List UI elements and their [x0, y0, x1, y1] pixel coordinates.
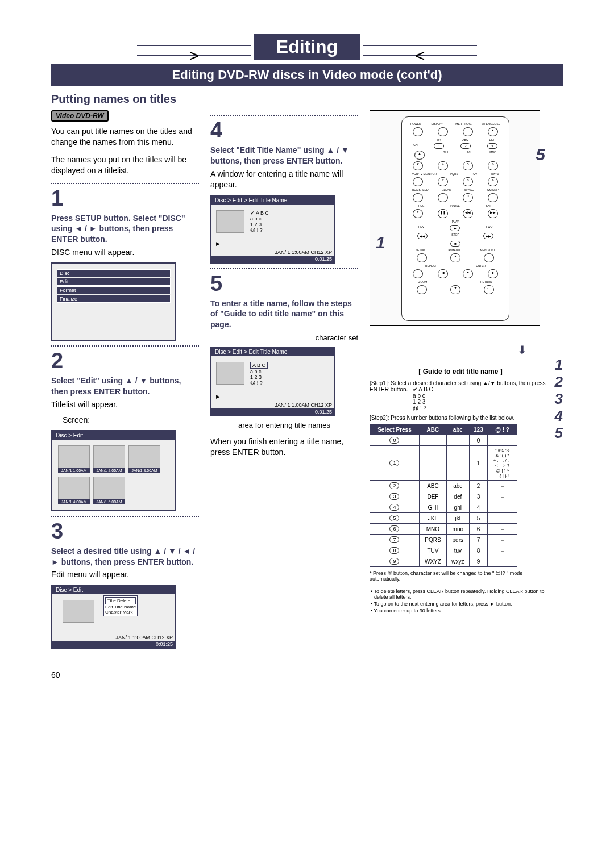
intro-p1: You can put title names on the titles an… — [51, 126, 199, 148]
step2-label: Screen: — [51, 415, 199, 425]
step3-screen: Disc > Edit Title Delete Edit Title Name… — [51, 585, 176, 649]
step3-num: 3 — [51, 519, 199, 544]
guide-notes: • To delete letters, press CLEAR button … — [370, 589, 551, 614]
remote-diagram: 1 5 POWERDISPLAYTIMER PROG.OPEN/CLOSE ▲ … — [370, 110, 540, 326]
page-number: 60 — [51, 670, 563, 679]
step5-screen: Disc > Edit > Edit Title Name A B C a b … — [210, 347, 335, 416]
step1-screen: Disc Edit Format Finalize — [51, 262, 176, 341]
step5-after: When you finish entering a title name, p… — [210, 436, 358, 458]
step5-bold: To enter a title name, follow the steps … — [210, 298, 358, 331]
charset-label: character set — [210, 333, 358, 342]
step4-screen: Disc > Edit > Edit Title Name ✔ A B C a … — [210, 195, 335, 264]
subtitle-bar: Editing DVD-RW discs in Video mode (cont… — [51, 64, 563, 86]
video-dvdrw-badge: Video DVD-RW — [51, 110, 109, 122]
page-title-bar: Editing — [51, 34, 563, 60]
step2-num: 2 — [51, 349, 199, 373]
main-title: Editing — [254, 34, 360, 60]
step3-bold: Select a desired title using ▲ / ▼ / ◄ /… — [51, 546, 199, 567]
step4-num: 4 — [210, 118, 358, 143]
step4-text: A window for entering a title name will … — [210, 169, 358, 190]
character-table: Select Press ABC abc 123 @ ! ? 001——1" #… — [370, 424, 517, 567]
step1-num: 1 — [51, 186, 199, 211]
step5-num: 5 — [210, 272, 358, 296]
step2-screen: Disc > Edit JAN/1 1:00AM JAN/1 2:00AM JA… — [51, 430, 176, 511]
step1-text: DISC menu will appear. — [51, 247, 199, 258]
section-heading: Putting names on titles — [51, 93, 563, 106]
step2-bold: Select "Edit" using ▲ / ▼ buttons, then … — [51, 375, 199, 397]
guide-footnote: * Press ① button, character set will be … — [370, 570, 551, 582]
step2-text: Titlelist will appear. — [51, 399, 199, 410]
step1-bold: Press SETUP button. Select "DISC" using … — [51, 213, 199, 245]
intro-p2: The names you put on the titles will be … — [51, 155, 199, 176]
step4-bold: Select "Edit Title Name" using ▲ / ▼ but… — [210, 145, 358, 166]
area-label: area for entering title names — [210, 421, 358, 429]
arrow-down-icon: ⬇ — [517, 343, 551, 357]
step3-text: Edit menu will appear. — [51, 569, 199, 580]
